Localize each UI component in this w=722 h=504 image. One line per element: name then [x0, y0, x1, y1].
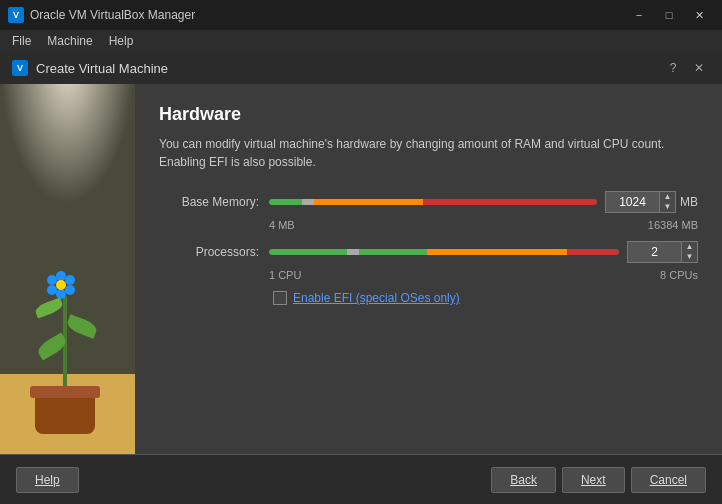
app-title: Oracle VM VirtualBox Manager: [30, 8, 624, 22]
processors-red-fill: [567, 249, 620, 255]
section-title: Hardware: [159, 104, 698, 125]
back-button[interactable]: Back: [491, 467, 556, 493]
base-memory-slider-container: [269, 192, 597, 212]
dialog: V Create Virtual Machine ? ✕: [0, 52, 722, 504]
maximize-button[interactable]: □: [654, 5, 684, 25]
next-button[interactable]: Next: [562, 467, 625, 493]
base-memory-spinbox: ▲ ▼ MB: [605, 191, 698, 213]
base-memory-unit: MB: [680, 195, 698, 209]
title-bar: V Oracle VM VirtualBox Manager − □ ✕: [0, 0, 722, 30]
base-memory-input[interactable]: [605, 191, 660, 213]
window-controls: − □ ✕: [624, 5, 714, 25]
base-memory-thumb[interactable]: [302, 199, 314, 205]
app-icon: V: [8, 7, 24, 23]
minimize-button[interactable]: −: [624, 5, 654, 25]
plant-illustration: [15, 234, 115, 434]
processors-row: Processors: ▲ ▼: [159, 241, 698, 263]
dialog-content: Hardware You can modify virtual machine'…: [0, 84, 722, 454]
base-memory-row: Base Memory: ▲ ▼: [159, 191, 698, 213]
close-button[interactable]: ✕: [684, 5, 714, 25]
processors-slider-container: [269, 242, 619, 262]
processors-label: Processors:: [159, 245, 269, 259]
hardware-form: Base Memory: ▲ ▼: [159, 191, 698, 438]
dialog-title: Create Virtual Machine: [36, 61, 662, 76]
base-memory-down[interactable]: ▼: [660, 202, 675, 212]
dialog-title-bar: V Create Virtual Machine ? ✕: [0, 52, 722, 84]
section-description: You can modify virtual machine's hardwar…: [159, 135, 698, 171]
processors-down[interactable]: ▼: [682, 252, 697, 262]
dialog-icon: V: [12, 60, 28, 76]
menu-file[interactable]: File: [4, 30, 39, 52]
processors-orange-fill: [427, 249, 567, 255]
menu-help[interactable]: Help: [101, 30, 142, 52]
base-memory-range-labels: 4 MB 16384 MB: [159, 219, 698, 231]
base-memory-min: 4 MB: [269, 219, 295, 231]
base-memory-max: 16384 MB: [648, 219, 698, 231]
menu-machine[interactable]: Machine: [39, 30, 100, 52]
menu-bar: File Machine Help: [0, 30, 722, 52]
base-memory-slider-track[interactable]: [269, 199, 597, 205]
processors-arrows: ▲ ▼: [682, 241, 698, 263]
efi-checkbox-label[interactable]: Enable EFI (special OSes only): [273, 291, 460, 305]
efi-checkbox[interactable]: [273, 291, 287, 305]
dialog-help-button[interactable]: ?: [662, 57, 684, 79]
button-bar: Help Back Next Cancel: [0, 454, 722, 504]
processors-min: 1 CPU: [269, 269, 301, 281]
processors-up[interactable]: ▲: [682, 242, 697, 252]
dialog-title-controls: ? ✕: [662, 57, 710, 79]
base-memory-arrows: ▲ ▼: [660, 191, 676, 213]
processors-spinbox: ▲ ▼: [627, 241, 698, 263]
help-button[interactable]: Help: [16, 467, 79, 493]
processors-input[interactable]: [627, 241, 682, 263]
base-memory-label: Base Memory:: [159, 195, 269, 209]
right-panel: Hardware You can modify virtual machine'…: [135, 84, 722, 454]
dialog-close-button[interactable]: ✕: [688, 57, 710, 79]
processors-range-labels: 1 CPU 8 CPUs: [159, 269, 698, 281]
efi-checkbox-text: Enable EFI (special OSes only): [293, 291, 460, 305]
processors-thumb[interactable]: [347, 249, 359, 255]
efi-checkbox-row: Enable EFI (special OSes only): [159, 291, 698, 305]
processors-slider-track[interactable]: [269, 249, 619, 255]
left-panel: [0, 84, 135, 454]
processors-max: 8 CPUs: [660, 269, 698, 281]
base-memory-red-fill: [423, 199, 597, 205]
cancel-button[interactable]: Cancel: [631, 467, 706, 493]
base-memory-up[interactable]: ▲: [660, 192, 675, 202]
base-memory-orange-fill: [308, 199, 423, 205]
